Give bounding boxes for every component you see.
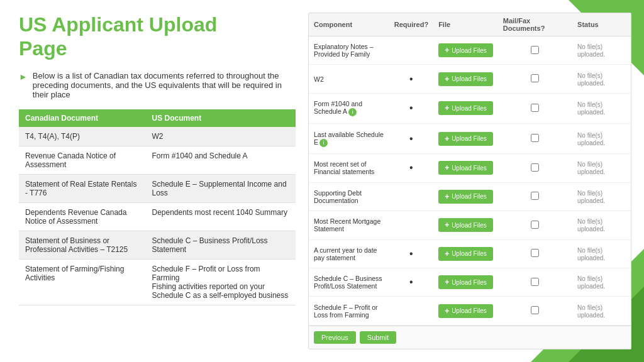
upload-file-cell: + Upload Files — [433, 93, 498, 123]
upload-table-row: Most recent set of Financial statements•… — [309, 154, 631, 182]
upload-required-cell: • — [389, 124, 433, 154]
upload-files-button[interactable]: + Upload Files — [438, 247, 493, 261]
required-dot: • — [409, 277, 413, 287]
us-doc-cell: Form #1040 and Schedule A — [145, 146, 296, 174]
previous-button[interactable]: Previous — [314, 331, 356, 344]
upload-component-cell: Most Recent Mortgage Statement — [309, 211, 389, 239]
upload-component-cell: Schedule C – Business Profit/Loss Statem… — [309, 268, 389, 296]
upload-status-cell: No file(s) uploaded. — [572, 124, 631, 154]
mail-fax-checkbox[interactable] — [531, 278, 539, 286]
upload-table-row: Form #1040 and Schedule Ai•+ Upload File… — [309, 93, 631, 123]
canadian-doc-cell: Revenue Canada Notice of Assessment — [19, 146, 145, 174]
upload-required-cell — [389, 182, 433, 211]
upload-component-cell: Schedule F – Profit or Loss from Farming — [309, 297, 389, 326]
upload-required-cell: • — [389, 268, 433, 296]
upload-file-cell: + Upload Files — [433, 36, 498, 65]
upload-table-row: Schedule C – Business Profit/Loss Statem… — [309, 268, 631, 296]
upload-form-panel: Component Required? File Mail/Fax Docume… — [308, 13, 631, 349]
table-row: Revenue Canada Notice of AssessmentForm … — [19, 146, 296, 174]
info-icon[interactable]: i — [319, 139, 328, 147]
upload-file-cell: + Upload Files — [433, 211, 498, 239]
mail-fax-cell — [498, 65, 572, 93]
required-dot: • — [409, 162, 413, 173]
upload-required-cell: • — [389, 154, 433, 182]
required-dot: • — [409, 74, 413, 84]
upload-component-cell: Form #1040 and Schedule Ai — [309, 93, 389, 123]
upload-file-cell: + Upload Files — [433, 65, 498, 93]
table-row: T4, T4(A), T4(P)W2 — [19, 127, 296, 146]
upload-files-button[interactable]: + Upload Files — [438, 43, 493, 57]
mail-fax-checkbox[interactable] — [531, 249, 539, 257]
no-files-text: No file(s) uploaded. — [577, 161, 605, 175]
no-files-text: No file(s) uploaded. — [577, 72, 605, 87]
mail-fax-cell — [498, 93, 572, 123]
no-files-text: No file(s) uploaded. — [577, 43, 605, 58]
mail-fax-checkbox[interactable] — [531, 163, 539, 172]
upload-file-cell: + Upload Files — [433, 239, 498, 268]
mail-fax-cell — [498, 182, 572, 211]
canadian-doc-cell: Dependents Revenue Canada Notice of Asse… — [19, 202, 145, 231]
us-doc-cell: Dependents most recent 1040 Summary — [145, 202, 296, 231]
mail-fax-checkbox[interactable] — [531, 104, 539, 112]
table-row: Statement of Business or Professional Ac… — [19, 231, 296, 259]
us-doc-cell: Schedule F – Profit or Loss from Farming… — [145, 259, 296, 305]
main-container: US Applicant Upload Page ► Below is a li… — [0, 0, 644, 362]
us-doc-cell: Schedule C – Business Profit/Loss Statem… — [145, 231, 296, 259]
mail-fax-cell — [498, 211, 572, 239]
upload-col-status: Status — [572, 13, 631, 36]
upload-required-cell — [389, 36, 433, 65]
upload-files-button[interactable]: + Upload Files — [438, 161, 493, 175]
upload-files-button[interactable]: + Upload Files — [438, 190, 493, 204]
upload-table-row: A current year to date pay statement•+ U… — [309, 239, 631, 268]
upload-component-cell: Last available Schedule Ei — [309, 124, 389, 154]
required-dot: • — [409, 133, 413, 144]
upload-required-cell: • — [389, 239, 433, 268]
document-comparison-table: Canadian Document US Document T4, T4(A),… — [19, 109, 296, 305]
mail-fax-checkbox[interactable] — [531, 192, 539, 200]
mail-fax-checkbox[interactable] — [531, 74, 539, 82]
plus-icon: + — [445, 221, 449, 229]
upload-files-button[interactable]: + Upload Files — [438, 101, 493, 115]
upload-status-cell: No file(s) uploaded. — [572, 93, 631, 123]
us-doc-cell: W2 — [145, 127, 296, 146]
canadian-doc-cell: Statement of Business or Professional Ac… — [19, 231, 145, 259]
upload-files-button[interactable]: + Upload Files — [438, 72, 493, 86]
upload-table-row: W2•+ Upload FilesNo file(s) uploaded. — [309, 65, 631, 93]
upload-form-footer: Previous Submit — [309, 326, 631, 349]
upload-table: Component Required? File Mail/Fax Docume… — [309, 13, 631, 326]
upload-col-mailfax: Mail/Fax Documents? — [498, 13, 572, 36]
mail-fax-cell — [498, 268, 572, 296]
mail-fax-checkbox[interactable] — [531, 134, 539, 142]
left-panel: US Applicant Upload Page ► Below is a li… — [19, 13, 296, 349]
us-doc-cell: Schedule E – Supplemental Income and Los… — [145, 174, 296, 202]
upload-col-required: Required? — [389, 13, 433, 36]
plus-icon: + — [445, 75, 449, 84]
submit-button[interactable]: Submit — [360, 331, 396, 344]
page-title-line1: US Applicant Upload — [19, 13, 217, 36]
bullet-arrow-icon: ► — [19, 72, 28, 82]
info-icon[interactable]: i — [348, 108, 357, 116]
upload-files-button[interactable]: + Upload Files — [438, 275, 493, 289]
upload-status-cell: No file(s) uploaded. — [572, 268, 631, 296]
plus-icon: + — [445, 278, 449, 287]
upload-required-cell — [389, 297, 433, 326]
upload-files-button[interactable]: + Upload Files — [438, 304, 493, 318]
canadian-doc-cell: Statement of Farming/Fishing Activities — [19, 259, 145, 305]
mail-fax-checkbox[interactable] — [531, 221, 539, 229]
upload-required-cell: • — [389, 65, 433, 93]
mail-fax-checkbox[interactable] — [531, 46, 539, 54]
no-files-text: No file(s) uploaded. — [577, 218, 605, 233]
upload-status-cell: No file(s) uploaded. — [572, 211, 631, 239]
upload-files-button[interactable]: + Upload Files — [438, 132, 493, 146]
upload-status-cell: No file(s) uploaded. — [572, 182, 631, 211]
mail-fax-cell — [498, 297, 572, 326]
no-files-text: No file(s) uploaded. — [577, 275, 605, 290]
bullet-text-content: Below is a list of Canadian tax document… — [33, 71, 296, 99]
table-row: Statement of Farming/Fishing ActivitiesS… — [19, 259, 296, 305]
canadian-doc-cell: T4, T4(A), T4(P) — [19, 127, 145, 146]
plus-icon: + — [445, 163, 449, 172]
upload-file-cell: + Upload Files — [433, 154, 498, 182]
upload-files-button[interactable]: + Upload Files — [438, 218, 493, 232]
mail-fax-checkbox[interactable] — [531, 306, 539, 314]
no-files-text: No file(s) uploaded. — [577, 190, 605, 204]
